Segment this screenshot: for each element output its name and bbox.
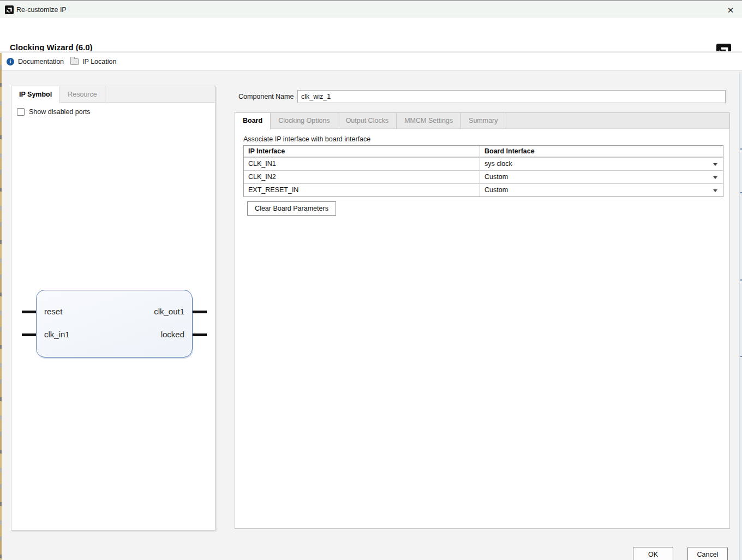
page-title: Clocking Wizard (6.0)	[10, 43, 93, 52]
board-interface-select-clk-in1[interactable]: sys clock	[480, 158, 723, 170]
board-interface-select-ext-reset-in[interactable]: Custom	[480, 184, 723, 196]
title-bar: Re-customize IP ✕	[0, 2, 742, 17]
port-stub-reset	[22, 311, 36, 313]
port-stub-clk-in1	[22, 333, 36, 336]
chevron-down-icon	[713, 176, 717, 179]
tab-resource[interactable]: Resource	[60, 86, 105, 103]
ip-location-button[interactable]: IP Location	[70, 58, 116, 65]
show-disabled-ports-checkbox[interactable]	[17, 108, 25, 116]
recustomize-ip-dialog: Re-customize IP ✕ Clocking Wizard (6.0) …	[0, 0, 742, 560]
amd-logo-icon	[5, 5, 14, 14]
tab-summary[interactable]: Summary	[461, 113, 506, 129]
close-icon[interactable]: ✕	[725, 4, 737, 16]
port-stub-clk-out1	[193, 311, 207, 313]
board-interface-table: IP Interface Board Interface CLK_IN1 sys…	[243, 145, 723, 197]
ip-interface-clk-in2: CLK_IN2	[244, 171, 480, 183]
configuration-panel: Board Clocking Options Output Clocks MMC…	[235, 112, 730, 529]
cancel-button[interactable]: Cancel	[687, 547, 728, 560]
tab-mmcm-settings[interactable]: MMCM Settings	[397, 113, 461, 129]
show-disabled-ports-label: Show disabled ports	[29, 108, 91, 116]
toolbar: i Documentation IP Location	[0, 53, 742, 71]
port-label-clk-in1: clk_in1	[44, 330, 70, 339]
tab-output-clocks[interactable]: Output Clocks	[338, 113, 397, 129]
documentation-button[interactable]: i Documentation	[7, 58, 64, 65]
ip-interface-ext-reset-in: EXT_RESET_IN	[244, 184, 480, 196]
ip-symbol-panel: IP Symbol Resource Show disabled ports r…	[11, 86, 216, 531]
tab-ip-symbol[interactable]: IP Symbol	[11, 86, 60, 103]
header-ip-interface: IP Interface	[244, 146, 480, 157]
main-tabs: Board Clocking Options Output Clocks MMC…	[235, 113, 729, 129]
left-panel-tabs: IP Symbol Resource	[11, 86, 215, 103]
board-interface-value: Custom	[484, 173, 508, 181]
show-disabled-ports-row: Show disabled ports	[17, 108, 91, 116]
table-row: CLK_IN2 Custom	[244, 170, 723, 183]
component-name-input[interactable]	[297, 90, 726, 103]
documentation-label: Documentation	[18, 58, 64, 65]
ip-location-label: IP Location	[82, 58, 116, 65]
table-header-row: IP Interface Board Interface	[244, 146, 723, 157]
clear-board-parameters-button[interactable]: Clear Board Parameters	[247, 201, 336, 216]
background-app-sliver-right	[739, 72, 742, 560]
chevron-down-icon	[713, 163, 717, 166]
chevron-down-icon	[713, 189, 717, 192]
header-board-interface: Board Interface	[480, 146, 723, 157]
tab-board[interactable]: Board	[235, 113, 271, 129]
table-row: CLK_IN1 sys clock	[244, 157, 723, 170]
window-title: Re-customize IP	[16, 6, 67, 14]
ip-interface-clk-in1: CLK_IN1	[244, 158, 480, 170]
port-label-clk-out1: clk_out1	[154, 307, 184, 316]
dialog-header: Clocking Wizard (6.0)	[0, 17, 742, 51]
background-app-sliver-left	[0, 53, 2, 560]
table-row: EXT_RESET_IN Custom	[244, 183, 723, 196]
tab-clocking-options[interactable]: Clocking Options	[271, 113, 338, 129]
port-label-locked: locked	[161, 330, 184, 339]
ok-button[interactable]: OK	[633, 547, 673, 560]
port-label-reset: reset	[44, 307, 62, 316]
associate-instruction: Associate IP interface with board interf…	[243, 135, 370, 143]
port-stub-locked	[193, 333, 207, 336]
board-interface-value: sys clock	[484, 160, 512, 168]
folder-icon	[70, 58, 79, 65]
info-icon: i	[7, 58, 14, 65]
board-interface-select-clk-in2[interactable]: Custom	[480, 171, 723, 183]
component-name-label: Component Name	[238, 93, 294, 100]
board-interface-value: Custom	[484, 186, 508, 194]
ip-symbol-diagram: reset clk_in1 clk_out1 locked	[36, 290, 193, 358]
